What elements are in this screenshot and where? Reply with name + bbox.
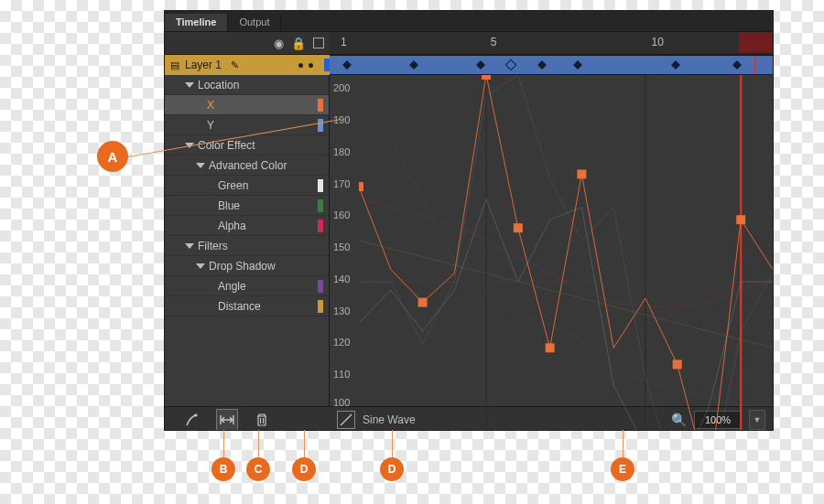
- layer-name: Layer 1: [185, 59, 222, 71]
- curve-keyframe[interactable]: [577, 170, 586, 179]
- prop-distance[interactable]: Distance: [165, 296, 329, 316]
- callout-lead: [258, 430, 259, 459]
- prop-blue[interactable]: Blue: [165, 196, 329, 216]
- curve-alpha[interactable]: [359, 199, 773, 307]
- keyframe[interactable]: [505, 59, 517, 71]
- tab-timeline[interactable]: Timeline: [165, 14, 228, 31]
- prop-x[interactable]: X: [165, 95, 329, 115]
- prop-group-location[interactable]: Location: [165, 75, 329, 95]
- y-axis-label: 110: [333, 369, 350, 380]
- curve-keyframe[interactable]: [418, 298, 428, 307]
- eye-icon[interactable]: ◉: [274, 38, 284, 49]
- y-axis-label: 200: [333, 82, 350, 93]
- layer-keyframe-strip[interactable]: [330, 55, 773, 75]
- lock-icon[interactable]: 🔒: [291, 38, 306, 49]
- curve-y[interactable]: [359, 75, 773, 430]
- keyframe[interactable]: [573, 60, 582, 70]
- y-axis-label: 140: [333, 273, 350, 284]
- curve-keyframe[interactable]: [514, 223, 523, 232]
- keyframe[interactable]: [409, 60, 418, 70]
- callout-A: A: [97, 141, 128, 172]
- curve-blue[interactable]: [359, 96, 773, 406]
- y-axis-label: 100: [333, 397, 350, 408]
- frame-number-10: 10: [651, 36, 663, 48]
- disclosure-triangle-icon: [196, 163, 205, 168]
- callout-D: D: [292, 457, 316, 481]
- callout-B: B: [211, 457, 235, 481]
- callout-lead: [392, 430, 393, 459]
- curve-green[interactable]: [359, 199, 773, 430]
- frame-number-5: 5: [491, 36, 497, 48]
- trash-icon: [255, 413, 268, 427]
- fit-horizontal-icon: [220, 413, 234, 427]
- layer-toggle-dots: [298, 63, 313, 68]
- y-axis-label: 170: [333, 178, 350, 189]
- timeline-header: ◉ 🔒 1 5 10: [165, 32, 773, 55]
- keyframe[interactable]: [671, 60, 680, 70]
- curve-keyframe[interactable]: [736, 215, 745, 224]
- svg-point-3: [195, 414, 198, 417]
- keyframe[interactable]: [342, 60, 352, 70]
- y-axis-label: 130: [333, 306, 350, 316]
- motion-editor-panel: Timeline Output ◉ 🔒 1 5 10 ▤ Layer 1 ✎: [165, 11, 773, 430]
- y-axis-label: 150: [333, 241, 350, 252]
- prop-group-advanced-color[interactable]: Advanced Color: [165, 155, 329, 176]
- outline-toggle-icon[interactable]: [313, 38, 324, 48]
- playhead-indicator[interactable]: [739, 32, 772, 52]
- playhead-line[interactable]: [754, 56, 756, 74]
- curve-x[interactable]: [359, 75, 773, 430]
- curve-keyframe[interactable]: [359, 182, 363, 191]
- layer-column-icons: ◉ 🔒: [165, 32, 330, 54]
- layer-header[interactable]: ▤ Layer 1 ✎: [165, 55, 330, 75]
- add-anchor-tool[interactable]: [181, 409, 203, 430]
- delete-tool[interactable]: [251, 409, 273, 430]
- callout-D2: D: [380, 457, 404, 481]
- curve-distance[interactable]: [359, 241, 773, 349]
- frame-number-1: 1: [341, 36, 347, 48]
- callout-E: E: [611, 457, 634, 481]
- keyframe[interactable]: [476, 60, 485, 70]
- frame-ruler[interactable]: 1 5 10: [330, 32, 773, 54]
- fit-horizontal-tool[interactable]: [216, 409, 238, 430]
- prop-group-drop-shadow[interactable]: Drop Shadow: [165, 256, 329, 276]
- disclosure-triangle-icon: [185, 243, 194, 249]
- curve-keyframe[interactable]: [482, 75, 491, 80]
- main-area: Location X Y Color Effect Advanced Color: [165, 75, 773, 406]
- y-axis-label: 180: [333, 146, 350, 157]
- graph-area[interactable]: 200 190 180 170 160 150 140 130 120 110 …: [330, 75, 773, 406]
- curve-keyframe[interactable]: [673, 359, 682, 369]
- layer-row[interactable]: ▤ Layer 1 ✎: [165, 55, 773, 75]
- prop-green[interactable]: Green: [165, 176, 329, 196]
- callout-lead: [623, 430, 623, 459]
- swatch-angle: [318, 280, 323, 293]
- prop-alpha[interactable]: Alpha: [165, 216, 329, 236]
- curve-keyframe[interactable]: [546, 343, 555, 352]
- dot-visibility[interactable]: [298, 63, 303, 68]
- swatch-blue: [318, 199, 323, 212]
- swatch-alpha: [318, 220, 323, 232]
- tab-strip: Timeline Output: [165, 11, 773, 32]
- callout-lead: [304, 430, 305, 459]
- keyframe[interactable]: [732, 60, 742, 70]
- y-axis-label: 120: [333, 337, 350, 348]
- prop-angle[interactable]: Angle: [165, 276, 329, 296]
- swatch-x: [318, 99, 323, 112]
- prop-group-filters[interactable]: Filters: [165, 236, 329, 256]
- swatch-green: [318, 179, 323, 192]
- layer-type-icon: ▤: [170, 60, 179, 70]
- y-axis-label: 160: [333, 209, 350, 220]
- callout-C: C: [246, 457, 270, 481]
- curve-canvas[interactable]: [359, 75, 773, 430]
- ease-preset-icon[interactable]: [337, 411, 355, 429]
- keyframe[interactable]: [537, 60, 547, 70]
- tab-output[interactable]: Output: [228, 14, 281, 31]
- swatch-distance: [318, 300, 323, 313]
- callout-lead: [223, 430, 224, 459]
- ease-curve-icon: [340, 413, 352, 426]
- disclosure-triangle-icon: [196, 263, 205, 269]
- dot-lock[interactable]: [309, 63, 313, 68]
- pencil-icon: ✎: [231, 60, 239, 70]
- disclosure-triangle-icon: [185, 82, 194, 88]
- swatch-y: [318, 119, 323, 132]
- anchor-add-icon: [185, 413, 200, 427]
